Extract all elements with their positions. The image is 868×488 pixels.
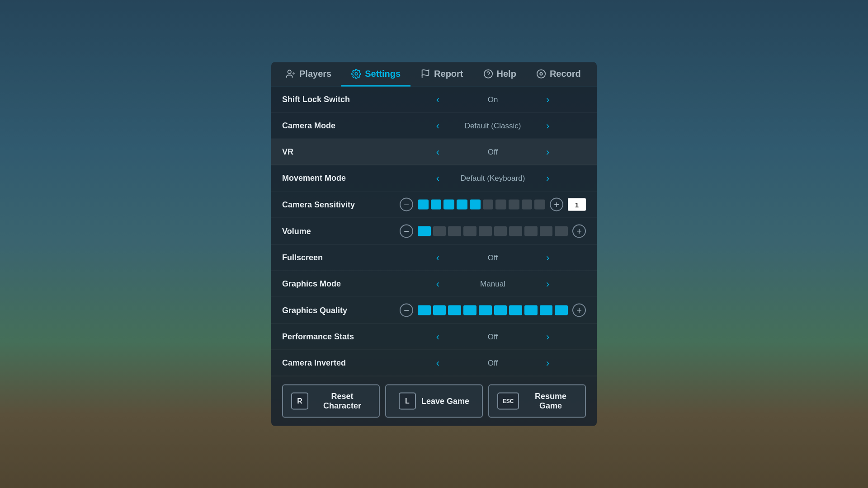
- vr-value: Off: [448, 147, 538, 156]
- setting-camera-mode: Camera Mode ‹ Default (Classic) ›: [271, 113, 597, 139]
- camera-inverted-next[interactable]: ›: [543, 357, 552, 369]
- tab-record[interactable]: Record: [526, 62, 591, 87]
- graphics-quality-label: Graphics Quality: [282, 305, 400, 315]
- gq-block-4: [463, 305, 476, 315]
- vol-block-6: [494, 226, 507, 236]
- gq-block-8: [524, 305, 538, 315]
- setting-camera-sensitivity: Camera Sensitivity − + 1: [271, 192, 597, 218]
- settings-panel: Shift Lock Switch ‹ On › Camera Mode ‹ D…: [271, 87, 597, 376]
- graphics-quality-plus[interactable]: +: [572, 304, 586, 317]
- camera-sensitivity-slider: − + 1: [400, 198, 586, 211]
- reset-key-badge: R: [291, 393, 308, 410]
- vr-next[interactable]: ›: [543, 146, 552, 158]
- graphics-quality-slider: − +: [400, 304, 586, 317]
- vol-block-3: [448, 226, 461, 236]
- leave-game-label: Leave Game: [421, 396, 469, 406]
- camera-mode-label: Camera Mode: [282, 121, 400, 131]
- block-8: [509, 200, 519, 210]
- svg-point-5: [537, 70, 545, 78]
- camera-inverted-prev[interactable]: ‹: [434, 357, 442, 369]
- gq-block-10: [555, 305, 568, 315]
- block-10: [534, 200, 545, 210]
- tab-report[interactable]: Report: [410, 62, 473, 87]
- shift-lock-prev[interactable]: ‹: [434, 94, 442, 105]
- setting-performance-stats: Performance Stats ‹ Off ›: [271, 324, 597, 350]
- tab-help-label: Help: [497, 69, 516, 79]
- fullscreen-next[interactable]: ›: [543, 252, 552, 263]
- block-1: [418, 200, 429, 210]
- performance-stats-next[interactable]: ›: [543, 331, 552, 343]
- svg-point-1: [355, 72, 358, 75]
- camera-mode-value: Default (Classic): [448, 121, 538, 130]
- report-icon: [420, 69, 430, 79]
- camera-mode-next[interactable]: ›: [543, 120, 552, 131]
- svg-point-6: [540, 72, 542, 75]
- movement-mode-control: ‹ Default (Keyboard) ›: [400, 172, 586, 184]
- reset-character-label: Reset Character: [314, 392, 371, 411]
- volume-plus[interactable]: +: [572, 225, 586, 238]
- svg-point-0: [288, 70, 291, 73]
- shift-lock-next[interactable]: ›: [543, 94, 552, 105]
- performance-stats-prev[interactable]: ‹: [434, 331, 442, 343]
- graphics-quality-minus[interactable]: −: [400, 304, 413, 317]
- vol-block-4: [463, 226, 476, 236]
- graphics-mode-control: ‹ Manual ›: [400, 278, 586, 290]
- shift-lock-control: ‹ On ›: [400, 94, 586, 105]
- volume-label: Volume: [282, 226, 400, 236]
- performance-stats-label: Performance Stats: [282, 332, 400, 342]
- bottom-buttons: R Reset Character L Leave Game ESC Resum…: [271, 376, 597, 426]
- block-6: [483, 200, 494, 210]
- setting-graphics-mode: Graphics Mode ‹ Manual ›: [271, 271, 597, 297]
- settings-icon: [351, 69, 361, 79]
- help-icon: [483, 69, 493, 79]
- block-2: [431, 200, 442, 210]
- setting-camera-inverted: Camera Inverted ‹ Off ›: [271, 350, 597, 376]
- volume-blocks: [418, 226, 568, 236]
- tab-settings-label: Settings: [365, 69, 401, 79]
- setting-volume: Volume − +: [271, 218, 597, 245]
- tab-bar: Players Settings Report: [271, 62, 597, 87]
- gq-block-7: [509, 305, 522, 315]
- camera-inverted-value: Off: [448, 358, 538, 367]
- gq-block-5: [479, 305, 492, 315]
- tab-players[interactable]: Players: [276, 62, 341, 87]
- tab-help[interactable]: Help: [473, 62, 526, 87]
- camera-sensitivity-plus[interactable]: +: [550, 198, 563, 211]
- tab-record-label: Record: [550, 69, 581, 79]
- tab-settings[interactable]: Settings: [341, 62, 410, 87]
- graphics-mode-value: Manual: [448, 279, 538, 288]
- camera-sensitivity-minus[interactable]: −: [400, 198, 413, 211]
- camera-sensitivity-value: 1: [568, 198, 586, 211]
- setting-graphics-quality: Graphics Quality − +: [271, 297, 597, 324]
- fullscreen-label: Fullscreen: [282, 253, 400, 263]
- gq-block-3: [448, 305, 461, 315]
- vol-block-7: [509, 226, 522, 236]
- leave-key-badge: L: [399, 393, 416, 410]
- record-icon: [536, 69, 546, 79]
- movement-mode-next[interactable]: ›: [543, 172, 552, 184]
- setting-fullscreen: Fullscreen ‹ Off ›: [271, 245, 597, 271]
- camera-sensitivity-blocks: [418, 200, 545, 210]
- resume-game-label: Resume Game: [524, 392, 577, 411]
- performance-stats-control: ‹ Off ›: [400, 331, 586, 343]
- movement-mode-label: Movement Mode: [282, 174, 400, 183]
- camera-mode-prev[interactable]: ‹: [434, 120, 442, 131]
- block-4: [457, 200, 467, 210]
- menu-container: Players Settings Report: [271, 62, 597, 426]
- graphics-quality-blocks: [418, 305, 568, 315]
- tab-report-label: Report: [434, 69, 463, 79]
- resume-game-button[interactable]: ESC Resume Game: [488, 385, 586, 418]
- vr-prev[interactable]: ‹: [434, 146, 442, 158]
- leave-game-button[interactable]: L Leave Game: [385, 385, 483, 418]
- vr-control: ‹ Off ›: [400, 146, 586, 158]
- volume-minus[interactable]: −: [400, 225, 413, 238]
- camera-inverted-control: ‹ Off ›: [400, 357, 586, 369]
- setting-movement-mode: Movement Mode ‹ Default (Keyboard) ›: [271, 165, 597, 192]
- graphics-mode-next[interactable]: ›: [543, 278, 552, 290]
- reset-character-button[interactable]: R Reset Character: [282, 385, 380, 418]
- gq-block-2: [433, 305, 446, 315]
- movement-mode-prev[interactable]: ‹: [434, 172, 442, 184]
- fullscreen-prev[interactable]: ‹: [434, 252, 442, 263]
- block-5: [470, 200, 481, 210]
- graphics-mode-prev[interactable]: ‹: [434, 278, 442, 290]
